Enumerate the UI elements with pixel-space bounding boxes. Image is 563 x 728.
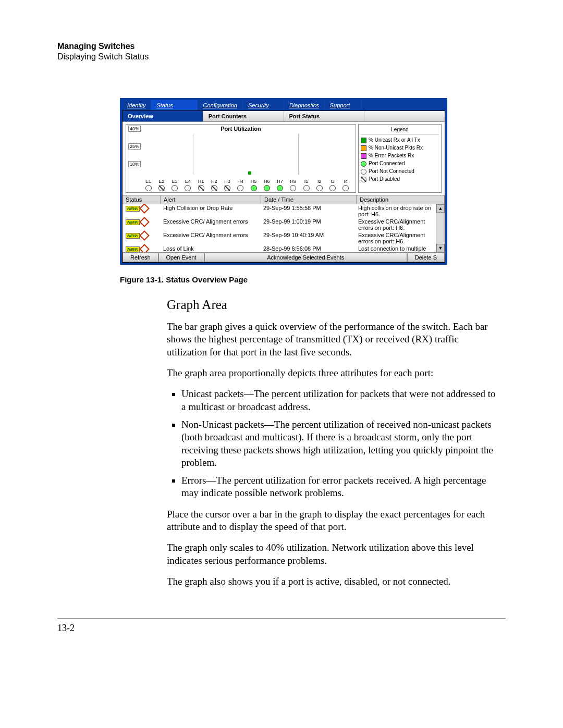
- section-heading: Graph Area: [167, 297, 500, 313]
- acknowledge-button[interactable]: Acknowledge Selected Events: [204, 253, 407, 262]
- swatch-error-icon: [361, 153, 366, 159]
- list-item: Non-Unicast packets—The percent utilizat…: [181, 418, 500, 469]
- event-row[interactable]: NEW! Excessive CRC/ Alignment errors 29-…: [123, 231, 445, 245]
- screenshot-frame: Identity Status Configuration Security D…: [120, 98, 447, 265]
- port-H2-icon[interactable]: [211, 185, 217, 191]
- chart-title: Port Utilization: [126, 126, 356, 132]
- port-E3-icon[interactable]: [172, 185, 178, 191]
- alert-icon: [139, 230, 150, 241]
- new-badge: NEW!: [126, 206, 140, 212]
- subtab-overview[interactable]: Overview: [123, 111, 203, 121]
- port-H4-icon[interactable]: [237, 185, 243, 191]
- event-row[interactable]: NEW! Loss of Link 28-Sep-99 6:56:08 PM L…: [123, 245, 445, 253]
- scroll-down-icon[interactable]: ▼: [436, 244, 445, 252]
- event-row[interactable]: NEW! Excessive CRC/ Alignment errors 29-…: [123, 218, 445, 231]
- subtab-port-status[interactable]: Port Status: [284, 111, 365, 121]
- port-E1-icon[interactable]: [145, 185, 152, 191]
- sub-tabs: Overview Port Counters Port Status: [123, 111, 445, 122]
- port-H5-icon[interactable]: [251, 185, 257, 191]
- port-I4-icon[interactable]: [342, 185, 349, 191]
- legend-notconnected-icon: [361, 169, 366, 175]
- port-I1-icon[interactable]: [303, 185, 310, 191]
- scroll-up-icon[interactable]: ▲: [436, 204, 445, 213]
- scrollbar[interactable]: ▲ ▼: [436, 204, 445, 252]
- paragraph: The graph also shows you if a port is ac…: [167, 575, 500, 588]
- tab-diagnostics[interactable]: Diagnostics: [284, 100, 325, 110]
- header-title: Managing Switches: [57, 42, 506, 51]
- figure-caption: Figure 13-1. Status Overview Page: [120, 275, 506, 284]
- list-item: Unicast packets—The percent utilization …: [181, 388, 500, 413]
- page-number: 13-2: [57, 623, 75, 634]
- bar-h5: [248, 171, 251, 175]
- legend-disabled-icon: [361, 177, 366, 182]
- tab-support[interactable]: Support: [325, 100, 362, 110]
- event-list: NEW! High Collision or Drop Rate 29-Sep-…: [123, 204, 445, 253]
- port-H6-icon[interactable]: [264, 185, 270, 191]
- alert-icon: [139, 217, 150, 227]
- new-badge: NEW!: [126, 233, 140, 239]
- swatch-nonunicast-icon: [361, 145, 366, 151]
- legend-connected-icon: [361, 161, 366, 167]
- port-H8-icon[interactable]: [290, 185, 296, 191]
- col-date[interactable]: Date / Time: [261, 195, 357, 204]
- port-utilization-chart: Port Utilization 40% 25% 10% E1 E2 E3 E4…: [126, 124, 356, 193]
- port-E4-icon[interactable]: [185, 185, 191, 191]
- subtab-counters[interactable]: Port Counters: [203, 111, 284, 121]
- bullet-list: Unicast packets—The percent utilization …: [167, 388, 500, 500]
- refresh-button[interactable]: Refresh: [123, 253, 158, 262]
- port-I2-icon[interactable]: [316, 185, 323, 191]
- ytick-25: 25%: [128, 143, 141, 150]
- paragraph: Place the cursor over a bar in the graph…: [167, 508, 500, 534]
- col-desc[interactable]: Description: [357, 195, 445, 204]
- header-subtitle: Displaying Switch Status: [57, 52, 506, 61]
- alert-icon: [139, 204, 150, 214]
- paragraph: The graph only scales to 40% utilization…: [167, 541, 500, 567]
- event-header: Status Alert Date / Time Description: [123, 195, 445, 204]
- legend: Legend % Unicast Rx or All Tx % Non-Unic…: [358, 124, 442, 193]
- port-E2-icon[interactable]: [158, 185, 165, 191]
- list-item: Errors—The percent utilization for error…: [181, 474, 500, 500]
- col-alert[interactable]: Alert: [161, 195, 261, 204]
- paragraph: The bar graph gives a quick overview of …: [167, 320, 500, 359]
- button-bar: Refresh Open Event Acknowledge Selected …: [123, 253, 445, 262]
- port-H1-icon[interactable]: [198, 185, 204, 191]
- new-badge: NEW!: [126, 219, 140, 225]
- alert-icon: [139, 244, 150, 253]
- new-badge: NEW!: [126, 246, 140, 252]
- swatch-unicast-icon: [361, 138, 366, 143]
- event-row[interactable]: NEW! High Collision or Drop Rate 29-Sep-…: [123, 204, 445, 218]
- col-status[interactable]: Status: [123, 195, 161, 204]
- ytick-10: 10%: [128, 161, 141, 167]
- tab-identity[interactable]: Identity: [122, 100, 151, 110]
- top-nav: Identity Status Configuration Security D…: [122, 100, 445, 110]
- footer-rule: [57, 619, 506, 619]
- port-H7-icon[interactable]: [277, 185, 283, 191]
- ytick-40: 40%: [128, 126, 141, 132]
- ports-row: E1 E2 E3 E4 H1 H2 H3 H4 H5 H6 H7 H8 I1 I…: [142, 179, 352, 191]
- port-I3-icon[interactable]: [329, 185, 336, 191]
- subtab-empty: [364, 111, 445, 121]
- tab-security[interactable]: Security: [243, 100, 284, 110]
- port-H3-icon[interactable]: [224, 185, 230, 191]
- tab-configuration[interactable]: Configuration: [198, 100, 242, 110]
- legend-title: Legend: [361, 126, 439, 135]
- open-event-button[interactable]: Open Event: [158, 253, 204, 262]
- delete-button[interactable]: Delete S: [407, 253, 445, 262]
- tab-status[interactable]: Status: [151, 100, 198, 110]
- paragraph: The graph area proportionally depicts th…: [167, 367, 500, 379]
